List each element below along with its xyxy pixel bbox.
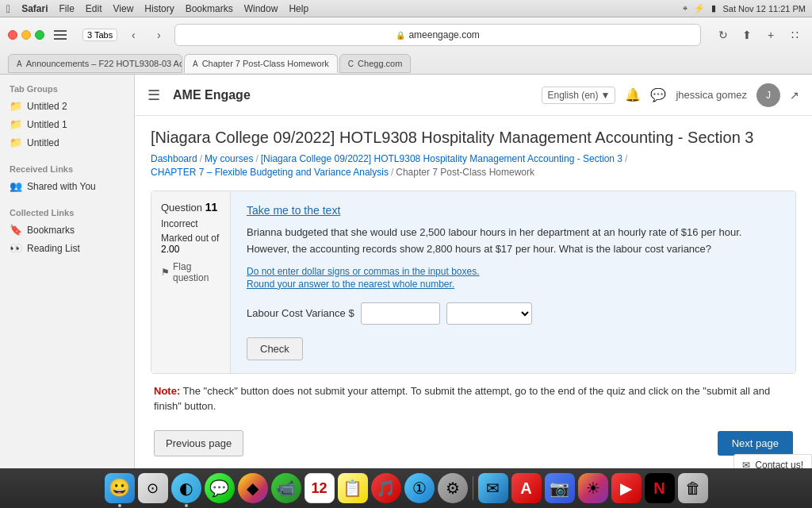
close-button[interactable] bbox=[8, 30, 17, 40]
flag-question-button[interactable]: ⚑ Flag question bbox=[161, 261, 220, 283]
labour-cost-input[interactable] bbox=[361, 302, 440, 325]
user-avatar[interactable]: J bbox=[756, 83, 780, 107]
file-menu[interactable]: File bbox=[59, 3, 74, 14]
capture-icon: 📷 bbox=[550, 479, 569, 498]
dock-facetime[interactable]: 📹 bbox=[271, 473, 301, 503]
notification-icon[interactable]: 🔔 bbox=[625, 87, 641, 102]
mail-icon: ✉ bbox=[486, 479, 500, 498]
tab-label: Announcements – F22 HOTL9308-03 Accounti… bbox=[26, 59, 182, 68]
tab-chapter7-homework[interactable]: A Chapter 7 Post-Class Homework bbox=[184, 54, 338, 73]
sidebar-item-untitled2[interactable]: 📁 Untitled 2 bbox=[0, 97, 134, 115]
traffic-lights[interactable] bbox=[8, 30, 44, 40]
note-bold: Note: bbox=[154, 385, 180, 397]
view-menu[interactable]: View bbox=[113, 3, 134, 14]
sidebar-item-label: Bookmarks bbox=[27, 225, 75, 236]
variance-type-select[interactable]: Favourable Unfavourable bbox=[446, 302, 532, 325]
tab-count[interactable]: 3 Tabs bbox=[82, 29, 117, 41]
youtube-icon: ▶ bbox=[620, 479, 632, 498]
question-body: Brianna budgeted that she would use 2,50… bbox=[247, 225, 779, 258]
window-menu[interactable]: Window bbox=[244, 3, 278, 14]
new-tab-button[interactable]: + bbox=[761, 25, 780, 44]
dock-messages[interactable]: 💬 bbox=[205, 473, 235, 503]
messages-icon: 💬 bbox=[209, 479, 229, 498]
chevron-down-icon: ▼ bbox=[601, 90, 611, 101]
previous-page-button[interactable]: Previous page bbox=[154, 430, 243, 456]
safari-tabs: A Announcements – F22 HOTL9308-03 Accoun… bbox=[0, 52, 812, 75]
flag-label: Flag question bbox=[173, 261, 220, 283]
sidebar-item-label: Untitled 2 bbox=[27, 101, 67, 112]
back-button[interactable]: ‹ bbox=[124, 25, 143, 44]
breadcrumb: Dashboard / My courses / [Niagara Colleg… bbox=[151, 153, 796, 178]
sidebar-item-untitled[interactable]: 📁 Untitled bbox=[0, 133, 134, 152]
check-button[interactable]: Check bbox=[247, 337, 303, 360]
question-info-panel: Question 11 Incorrect Marked out of 2.00… bbox=[151, 191, 231, 373]
music-icon: 🎵 bbox=[376, 479, 396, 498]
question-main: Take me to the text Brianna budgeted tha… bbox=[231, 191, 795, 373]
grid-button[interactable]: ∷ bbox=[785, 25, 804, 44]
bookmarks-menu[interactable]: Bookmarks bbox=[186, 3, 233, 14]
dock-appstore[interactable]: ① bbox=[404, 473, 435, 503]
mac-status-bar: ⌖ ⚡ ▮ Sat Nov 12 11:21 PM bbox=[683, 3, 806, 13]
dock-music[interactable]: 🎵 bbox=[371, 473, 401, 503]
ame-header: ☰ AME Engage English (en) ▼ 🔔 💬 jhessica… bbox=[135, 75, 812, 116]
history-menu[interactable]: History bbox=[144, 3, 174, 14]
tab-favicon: A bbox=[193, 60, 198, 68]
next-page-button[interactable]: Next page bbox=[718, 431, 793, 456]
url-bar[interactable]: 🔒 ameengage.com bbox=[174, 24, 701, 46]
apple-menu[interactable]:  bbox=[6, 2, 10, 15]
sidebar-item-shared[interactable]: 👥 Shared with You bbox=[0, 177, 134, 195]
breadcrumb-mycourses[interactable]: My courses bbox=[205, 153, 253, 164]
tab-announcements[interactable]: A Announcements – F22 HOTL9308-03 Accoun… bbox=[8, 54, 182, 73]
breadcrumb-dashboard[interactable]: Dashboard bbox=[151, 153, 197, 164]
sidebar-item-label: Untitled bbox=[27, 137, 59, 148]
question-label: Question 11 bbox=[161, 201, 220, 214]
dock-trash[interactable]: 🗑 bbox=[678, 473, 708, 503]
share-button[interactable]: ⬆ bbox=[737, 25, 756, 44]
question-container: Question 11 Incorrect Marked out of 2.00… bbox=[151, 190, 796, 374]
breadcrumb-sep: / bbox=[200, 153, 202, 164]
dock-mail[interactable]: ✉ bbox=[478, 473, 508, 503]
dock-acrobat[interactable]: A bbox=[511, 473, 542, 503]
dock-netflix[interactable]: N bbox=[645, 473, 675, 503]
dock-notes[interactable]: 📋 bbox=[338, 473, 368, 503]
dock-calendar[interactable]: 12 bbox=[304, 473, 335, 503]
bookmark-icon: 🔖 bbox=[10, 224, 22, 236]
dock-settings[interactable]: ⚙ bbox=[438, 473, 468, 503]
dock-capture[interactable]: 📷 bbox=[545, 473, 575, 503]
take-me-to-text-link[interactable]: Take me to the text bbox=[247, 204, 779, 217]
breadcrumb-chapter[interactable]: CHAPTER 7 – Flexible Budgeting and Varia… bbox=[151, 167, 389, 178]
tab-chegg[interactable]: C Chegg.com bbox=[339, 54, 412, 73]
edit-menu[interactable]: Edit bbox=[86, 3, 102, 14]
settings-icon: ⚙ bbox=[446, 479, 460, 498]
sidebar-item-bookmarks[interactable]: 🔖 Bookmarks bbox=[0, 221, 134, 239]
sidebar-item-reading-list[interactable]: 👀 Reading List bbox=[0, 239, 134, 257]
fullscreen-button[interactable] bbox=[35, 30, 44, 40]
dock-launchpad[interactable]: ⊙ bbox=[138, 473, 168, 503]
note-section: Note: The "check" button does not submit… bbox=[151, 383, 796, 414]
sidebar-item-untitled1[interactable]: 📁 Untitled 1 bbox=[0, 115, 134, 133]
dock-photos[interactable]: ◆ bbox=[238, 473, 268, 503]
language-selector[interactable]: English (en) ▼ bbox=[542, 87, 615, 104]
sidebar-item-label: Reading List bbox=[27, 243, 80, 254]
dock-safari[interactable]: ◐ bbox=[171, 473, 201, 503]
safari-menu[interactable]: Safari bbox=[21, 3, 48, 14]
page-content: [Niagara College 09/2022] HOTL9308 Hospi… bbox=[135, 116, 812, 479]
help-menu[interactable]: Help bbox=[289, 3, 308, 14]
forward-button[interactable]: › bbox=[149, 25, 168, 44]
dock-finder[interactable]: 😀 bbox=[105, 473, 135, 503]
netflix-icon: N bbox=[653, 479, 665, 498]
dock-instagram[interactable]: ☀ bbox=[578, 473, 608, 503]
ame-header-right: English (en) ▼ 🔔 💬 jhessica gomez J ↗ bbox=[542, 83, 799, 107]
reload-button[interactable]: ↻ bbox=[714, 25, 733, 44]
dock-youtube[interactable]: ▶ bbox=[611, 473, 642, 503]
sidebar-toggle[interactable] bbox=[51, 25, 70, 44]
minimize-button[interactable] bbox=[21, 30, 31, 40]
breadcrumb-sep: / bbox=[625, 153, 627, 164]
hamburger-menu[interactable]: ☰ bbox=[147, 87, 160, 104]
chat-icon[interactable]: 💬 bbox=[650, 87, 666, 102]
expand-icon[interactable]: ↗ bbox=[790, 89, 799, 102]
tab-favicon: A bbox=[17, 60, 22, 68]
breadcrumb-course[interactable]: [Niagara College 09/2022] HOTL9308 Hospi… bbox=[261, 153, 622, 164]
question-note-1: Do not enter dollar signs or commas in t… bbox=[247, 266, 779, 277]
tab-favicon: C bbox=[348, 60, 354, 68]
